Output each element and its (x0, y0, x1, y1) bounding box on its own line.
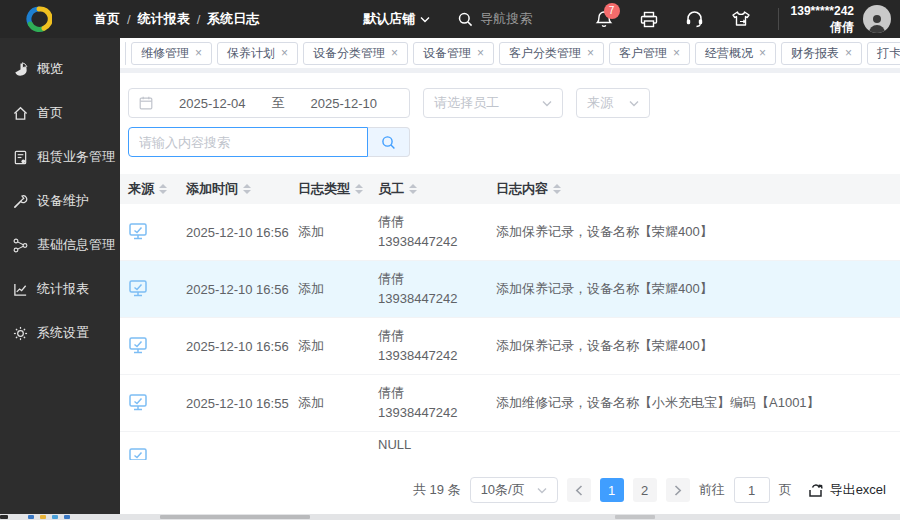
sidebar-item-statistics[interactable]: 统计报表 (0, 267, 120, 311)
sort-icon[interactable] (159, 184, 167, 194)
sidebar: 概览 首页 租赁业务管理 设备维护 (0, 38, 120, 514)
tab-business-overview[interactable]: 经营概况 × (695, 42, 776, 65)
tab-customer-category[interactable]: 客户分类管理 × (499, 42, 604, 65)
app-logo[interactable] (0, 6, 66, 32)
log-table: 来源 添加时间 日志类型 员工 日志内容 (120, 174, 900, 460)
store-selector-label: 默认店铺 (363, 10, 415, 28)
column-source[interactable]: 来源 (128, 180, 186, 198)
column-log-content[interactable]: 日志内容 (496, 180, 900, 198)
page-size-select[interactable]: 10条/页 (470, 477, 558, 503)
chevron-right-icon (674, 485, 682, 496)
tab-repair-management[interactable]: 维修管理 × (131, 42, 212, 65)
date-range-picker[interactable]: 2025-12-04 至 2025-12-10 (128, 88, 410, 118)
theme-switch-button[interactable] (731, 10, 751, 28)
tab-clipped[interactable] (125, 42, 126, 65)
close-icon[interactable]: × (477, 46, 484, 60)
tab-finance-report[interactable]: 财务报表 × (781, 42, 862, 65)
prev-page-button[interactable] (567, 478, 591, 502)
monitor-check-icon (128, 278, 148, 298)
date-start-value[interactable]: 2025-12-04 (157, 96, 268, 111)
column-label: 日志内容 (496, 180, 548, 198)
gear-icon (13, 326, 28, 341)
tab-clock-record[interactable]: 打卡记录 × (867, 42, 900, 65)
search-button[interactable] (368, 127, 410, 157)
page-button-2[interactable]: 2 (633, 478, 657, 502)
close-icon[interactable]: × (587, 46, 594, 60)
column-add-time[interactable]: 添加时间 (186, 180, 298, 198)
column-log-type[interactable]: 日志类型 (298, 180, 378, 198)
sidebar-item-label: 系统设置 (37, 324, 89, 342)
content-cell: 添加保养记录，设备名称【荣耀400】 (496, 280, 900, 298)
column-employee[interactable]: 员工 (378, 180, 496, 198)
sidebar-item-system-settings[interactable]: 系统设置 (0, 311, 120, 355)
clothes-swap-icon (731, 10, 751, 28)
time-cell: 2025-12-10 16:56 (186, 225, 298, 240)
content-search-input[interactable] (128, 127, 368, 157)
nav-search[interactable]: 导航搜索 (458, 10, 532, 28)
close-icon[interactable]: × (195, 46, 202, 60)
breadcrumb-separator: / (127, 12, 131, 27)
source-cell (128, 432, 186, 460)
table-row[interactable]: NULL (120, 432, 900, 460)
date-end-value[interactable]: 2025-12-10 (289, 96, 400, 111)
table-row[interactable]: 2025-12-10 16:56 添加 倩倩 13938447242 添加保养记… (120, 204, 900, 261)
monitor-check-icon (128, 446, 148, 460)
print-button[interactable] (640, 11, 658, 28)
next-page-button[interactable] (666, 478, 690, 502)
breadcrumb-reports[interactable]: 统计报表 (138, 10, 190, 28)
table-row[interactable]: 2025-12-10 16:55 添加 倩倩 13938447242 添加维修记… (120, 375, 900, 432)
tab-bar: 维修管理 × 保养计划 × 设备分类管理 × 设备管理 × 客户分类管理 × 客… (120, 38, 900, 68)
tabbar-gap (120, 68, 900, 73)
customer-service-button[interactable] (685, 10, 704, 28)
user-info[interactable]: 139*****242 倩倩 (791, 3, 854, 35)
tab-device-category[interactable]: 设备分类管理 × (303, 42, 408, 65)
goto-page-input[interactable] (734, 477, 770, 503)
employee-name: NULL (378, 435, 496, 455)
sidebar-item-home[interactable]: 首页 (0, 91, 120, 135)
export-excel-button[interactable]: 导出excel (807, 481, 886, 499)
sort-icon[interactable] (355, 184, 363, 194)
home-icon (13, 106, 28, 121)
type-cell: 添加 (298, 280, 378, 298)
close-icon[interactable]: × (281, 46, 288, 60)
close-icon[interactable]: × (673, 46, 680, 60)
user-name: 倩倩 (791, 19, 854, 35)
table-header: 来源 添加时间 日志类型 员工 日志内容 (120, 174, 900, 204)
breadcrumb-system-log[interactable]: 系统日志 (207, 10, 259, 28)
tab-customer-management[interactable]: 客户管理 × (609, 42, 690, 65)
table-row[interactable]: 2025-12-10 16:56 添加 倩倩 13938447242 添加保养记… (120, 261, 900, 318)
store-selector[interactable]: 默认店铺 (363, 10, 430, 28)
tab-maintenance-plan[interactable]: 保养计划 × (217, 42, 298, 65)
sidebar-item-rental-management[interactable]: 租赁业务管理 (0, 135, 120, 179)
employee-select[interactable]: 请选择员工 (423, 88, 563, 118)
tab-label: 经营概况 (705, 45, 753, 62)
content-cell: 添加维修记录，设备名称【小米充电宝】编码【A1001】 (496, 394, 900, 412)
sort-icon[interactable] (553, 184, 561, 194)
avatar[interactable] (863, 5, 891, 33)
time-cell: 2025-12-10 16:56 (186, 282, 298, 297)
sliver-mark (52, 515, 58, 519)
close-icon[interactable]: × (759, 46, 766, 60)
notification-badge: 7 (604, 3, 620, 19)
page-button-1[interactable]: 1 (600, 478, 624, 502)
sidebar-item-overview[interactable]: 概览 (0, 47, 120, 91)
sort-icon[interactable] (409, 184, 417, 194)
close-icon[interactable]: × (845, 46, 852, 60)
sidebar-item-device-maintenance[interactable]: 设备维护 (0, 179, 120, 223)
type-cell: 添加 (298, 394, 378, 412)
sort-icon[interactable] (243, 184, 251, 194)
breadcrumb-separator: / (197, 12, 201, 27)
breadcrumb-home[interactable]: 首页 (94, 10, 120, 28)
notifications-button[interactable]: 7 (595, 10, 613, 29)
nav-search-placeholder: 导航搜索 (480, 10, 532, 28)
close-icon[interactable]: × (391, 46, 398, 60)
breadcrumb: 首页 / 统计报表 / 系统日志 (94, 10, 259, 28)
monitor-check-icon (128, 221, 148, 241)
tab-device-management[interactable]: 设备管理 × (413, 42, 494, 65)
tab-label: 客户管理 (619, 45, 667, 62)
sidebar-item-basic-info[interactable]: 基础信息管理 (0, 223, 120, 267)
table-row[interactable]: 2025-12-10 16:56 添加 倩倩 13938447242 添加保养记… (120, 318, 900, 375)
sidebar-item-label: 租赁业务管理 (37, 148, 115, 166)
chevron-down-icon (420, 16, 430, 23)
source-select[interactable]: 来源 (576, 88, 650, 118)
